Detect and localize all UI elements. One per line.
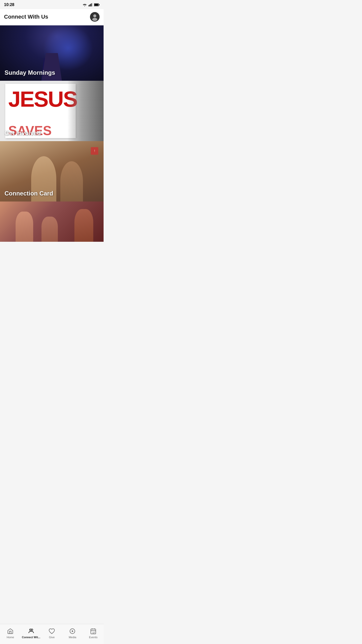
- battery-icon: [94, 3, 100, 6]
- svg-point-10: [92, 18, 97, 21]
- group-bg: [0, 202, 104, 242]
- wifi-icon: [82, 3, 87, 7]
- status-bar: 10:28: [0, 0, 104, 9]
- status-icons: [82, 3, 100, 7]
- sunday-mornings-label: Sunday Mornings: [5, 69, 55, 76]
- svg-rect-0: [88, 5, 89, 7]
- svg-rect-3: [91, 3, 92, 6]
- get-involved-label: Get Involved: [5, 130, 41, 137]
- app-header: Connect With Us: [0, 9, 104, 25]
- group-card[interactable]: [0, 202, 104, 242]
- profile-button[interactable]: [90, 12, 100, 22]
- main-content: Sunday Mornings JESUS SAVES Get Involved…: [0, 25, 104, 262]
- page-title: Connect With Us: [4, 14, 48, 20]
- svg-rect-7: [99, 4, 100, 5]
- signal-icon: [88, 3, 93, 7]
- svg-rect-4: [92, 3, 93, 7]
- svg-rect-2: [90, 4, 91, 7]
- connection-card-label: Connection Card: [5, 190, 53, 197]
- svg-point-9: [93, 14, 96, 17]
- connection-card-section[interactable]: ! Connection Card: [0, 141, 104, 202]
- get-involved-card[interactable]: JESUS SAVES Get Involved: [0, 81, 104, 141]
- svg-rect-1: [89, 5, 90, 6]
- sunday-mornings-card[interactable]: Sunday Mornings: [0, 25, 104, 81]
- svg-rect-6: [94, 4, 98, 6]
- jesus-text: JESUS: [8, 88, 77, 110]
- status-time: 10:28: [4, 3, 14, 7]
